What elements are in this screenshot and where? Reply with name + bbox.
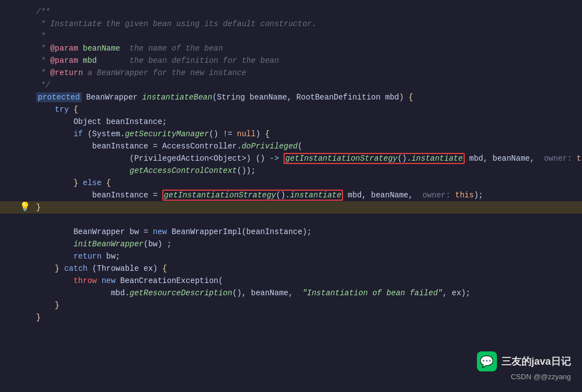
line-content-10: Object beanInstance;	[31, 116, 582, 128]
line-12: beanInstance = AccessController.doPrivil…	[0, 140, 582, 152]
line-content-26: }	[31, 311, 582, 324]
code-container: /** * Instantiate the given bean using i…	[0, 0, 582, 392]
line-content-25: }	[31, 299, 582, 311]
line-content-15: } else {	[31, 177, 582, 189]
line-content-1: /**	[31, 6, 582, 18]
line-content-21: return bw;	[31, 250, 582, 262]
line-20: initBeanWrapper(bw) ;	[0, 238, 582, 250]
line-content-7: */	[31, 79, 582, 91]
line-content-12: beanInstance = AccessController.doPrivil…	[31, 140, 582, 152]
gutter-17: 💡	[19, 201, 31, 212]
line-7: */	[0, 79, 582, 91]
line-content-6: * @return a BeanWrapper for the new inst…	[31, 67, 582, 79]
line-21: return bw;	[0, 250, 582, 262]
line-24: mbd.getResourceDescription(), beanName, …	[0, 287, 582, 299]
code-area: /** * Instantiate the given bean using i…	[0, 0, 582, 392]
line-content-4: * @param beanName the name of the bean	[31, 42, 582, 54]
line-2: * Instantiate the given bean using its d…	[0, 18, 582, 30]
line-8: protected BeanWrapper instantiateBean(St…	[0, 91, 582, 103]
line-26: }	[0, 311, 582, 324]
line-23: throw new BeanCreationException(	[0, 275, 582, 287]
line-10: Object beanInstance;	[0, 116, 582, 128]
line-content-19: BeanWrapper bw = new BeanWrapperImpl(bea…	[31, 226, 582, 238]
line-content-22: } catch (Throwable ex) {	[31, 262, 582, 275]
line-14: getAccessControlContext());	[0, 165, 582, 177]
line-13: (PrivilegedAction<Object>) () -> getInst…	[0, 152, 582, 165]
line-content-2: * Instantiate the given bean using its d…	[31, 18, 582, 30]
line-16: beanInstance = getInstantiationStrategy(…	[0, 189, 582, 201]
watermark-title: 三友的java日记	[501, 355, 571, 368]
line-15: } else {	[0, 177, 582, 189]
line-content-8: protected BeanWrapper instantiateBean(St…	[31, 91, 582, 103]
line-11: if (System.getSecurityManager() != null)…	[0, 128, 582, 140]
line-3: *	[0, 30, 582, 42]
line-content-13: (PrivilegedAction<Object>) () -> getInst…	[31, 152, 582, 165]
line-4: * @param beanName the name of the bean	[0, 42, 582, 54]
line-content-9: try {	[31, 103, 582, 116]
line-19: BeanWrapper bw = new BeanWrapperImpl(bea…	[0, 226, 582, 238]
line-content-3: *	[31, 30, 582, 42]
watermark-subtitle: CSDN @@zzyang	[477, 373, 571, 381]
line-9: try {	[0, 103, 582, 116]
line-6: * @return a BeanWrapper for the new inst…	[0, 67, 582, 79]
wechat-icon: 💬	[477, 351, 497, 371]
line-content-20: initBeanWrapper(bw) ;	[31, 238, 582, 250]
watermark-logo: 💬 三友的java日记	[477, 351, 571, 371]
line-content-23: throw new BeanCreationException(	[31, 275, 582, 287]
line-content-14: getAccessControlContext());	[31, 165, 582, 177]
watermark: 💬 三友的java日记 CSDN @@zzyang	[477, 351, 571, 381]
line-25: }	[0, 299, 582, 311]
line-content-18	[31, 214, 582, 226]
line-17: 💡 }	[0, 201, 582, 214]
line-5: * @param mbd the bean definition for the…	[0, 54, 582, 67]
line-content-17: }	[31, 201, 582, 214]
line-content-11: if (System.getSecurityManager() != null)…	[31, 128, 582, 140]
line-18	[0, 214, 582, 226]
line-content-5: * @param mbd the bean definition for the…	[31, 54, 582, 67]
line-22: } catch (Throwable ex) {	[0, 262, 582, 275]
line-content-16: beanInstance = getInstantiationStrategy(…	[31, 189, 582, 201]
line-1: /**	[0, 6, 582, 18]
line-content-24: mbd.getResourceDescription(), beanName, …	[31, 287, 582, 299]
